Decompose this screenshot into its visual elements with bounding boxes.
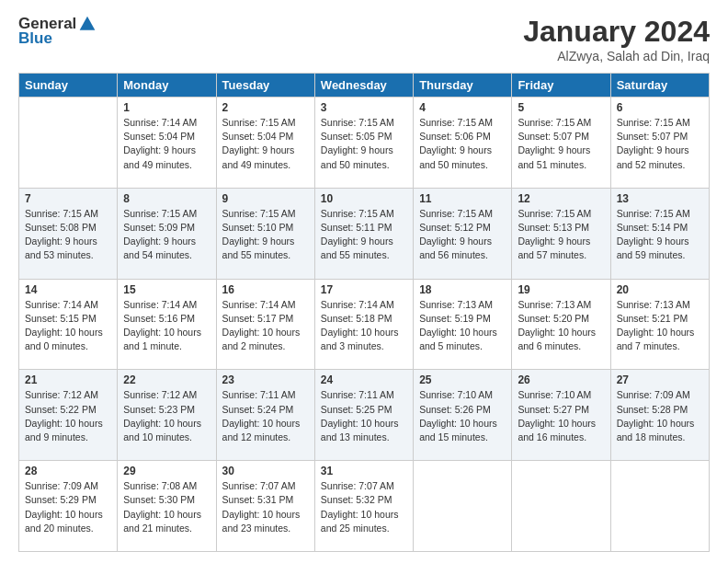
sunset-text: Sunset: 5:24 PM [222,403,309,417]
cell-3-3: 24 Sunrise: 7:11 AM Sunset: 5:25 PM Dayl… [314,370,413,461]
daylight-text: Daylight: 9 hours and 51 minutes. [518,144,604,171]
col-thursday: Thursday [414,74,512,98]
col-tuesday: Tuesday [216,74,314,98]
cell-day: 7 [25,192,111,205]
cell-info: Sunrise: 7:11 AM Sunset: 5:25 PM Dayligh… [321,388,407,444]
logo-blue-text: Blue [18,29,52,48]
cell-day: 30 [222,465,309,477]
cell-info: Sunrise: 7:11 AM Sunset: 5:24 PM Dayligh… [222,388,309,444]
daylight-text: Daylight: 9 hours and 53 minutes. [25,235,111,262]
cell-4-0: 28 Sunrise: 7:09 AM Sunset: 5:29 PM Dayl… [19,461,118,552]
sunset-text: Sunset: 5:25 PM [321,403,407,417]
col-sunday: Sunday [19,74,118,98]
cell-info: Sunrise: 7:13 AM Sunset: 5:21 PM Dayligh… [617,298,703,354]
header-row: Sunday Monday Tuesday Wednesday Thursday… [19,74,710,98]
week-row-5: 28 Sunrise: 7:09 AM Sunset: 5:29 PM Dayl… [19,461,710,552]
cell-day: 4 [419,101,506,114]
cell-0-3: 3 Sunrise: 7:15 AM Sunset: 5:05 PM Dayli… [314,98,413,189]
cell-2-0: 14 Sunrise: 7:14 AM Sunset: 5:15 PM Dayl… [19,279,118,370]
daylight-text: Daylight: 10 hours and 20 minutes. [25,508,111,535]
sunrise-text: Sunrise: 7:12 AM [123,388,210,402]
cell-info: Sunrise: 7:09 AM Sunset: 5:28 PM Dayligh… [617,388,703,444]
logo-icon [78,15,97,33]
cell-2-3: 17 Sunrise: 7:14 AM Sunset: 5:18 PM Dayl… [314,279,413,370]
sunrise-text: Sunrise: 7:15 AM [617,207,703,221]
cell-1-1: 8 Sunrise: 7:15 AM Sunset: 5:09 PM Dayli… [118,188,216,279]
cell-info: Sunrise: 7:14 AM Sunset: 5:15 PM Dayligh… [25,298,111,354]
cell-info: Sunrise: 7:09 AM Sunset: 5:29 PM Dayligh… [25,479,111,535]
daylight-text: Daylight: 10 hours and 9 minutes. [25,417,111,444]
sunset-text: Sunset: 5:26 PM [419,403,506,417]
cell-day: 3 [321,101,407,114]
cell-day: 26 [518,373,604,386]
cell-day: 21 [25,373,111,386]
daylight-text: Daylight: 9 hours and 49 minutes. [222,144,309,171]
sunrise-text: Sunrise: 7:15 AM [25,207,111,221]
daylight-text: Daylight: 9 hours and 52 minutes. [617,144,703,171]
cell-info: Sunrise: 7:15 AM Sunset: 5:07 PM Dayligh… [617,116,703,172]
sunset-text: Sunset: 5:04 PM [222,130,309,144]
cell-info: Sunrise: 7:15 AM Sunset: 5:08 PM Dayligh… [25,207,111,263]
cell-4-5 [512,461,610,552]
sunset-text: Sunset: 5:09 PM [123,221,210,235]
sunset-text: Sunset: 5:32 PM [321,493,407,507]
sunset-text: Sunset: 5:14 PM [617,221,703,235]
cell-4-1: 29 Sunrise: 7:08 AM Sunset: 5:30 PM Dayl… [118,461,216,552]
logo: General Blue [18,15,97,48]
cell-day: 5 [518,101,604,114]
daylight-text: Daylight: 10 hours and 3 minutes. [321,326,407,353]
sunrise-text: Sunrise: 7:13 AM [617,298,703,312]
sunrise-text: Sunrise: 7:09 AM [617,388,703,402]
daylight-text: Daylight: 10 hours and 16 minutes. [518,417,604,444]
calendar-page: General Blue January 2024 AlZwya, Salah … [0,0,728,563]
location: AlZwya, Salah ad Din, Iraq [523,49,710,63]
sunset-text: Sunset: 5:30 PM [123,493,210,507]
cell-info: Sunrise: 7:15 AM Sunset: 5:10 PM Dayligh… [222,207,309,263]
sunrise-text: Sunrise: 7:15 AM [222,207,309,221]
cell-day: 20 [617,283,703,296]
cell-day: 8 [123,192,210,205]
sunrise-text: Sunrise: 7:15 AM [222,116,309,130]
cell-0-4: 4 Sunrise: 7:15 AM Sunset: 5:06 PM Dayli… [414,98,512,189]
cell-1-5: 12 Sunrise: 7:15 AM Sunset: 5:13 PM Dayl… [512,188,610,279]
daylight-text: Daylight: 10 hours and 23 minutes. [222,508,309,535]
calendar-table: Sunday Monday Tuesday Wednesday Thursday… [18,73,710,552]
week-row-2: 7 Sunrise: 7:15 AM Sunset: 5:08 PM Dayli… [19,188,710,279]
cell-info: Sunrise: 7:13 AM Sunset: 5:20 PM Dayligh… [518,298,604,354]
daylight-text: Daylight: 10 hours and 1 minute. [123,326,210,353]
cell-day: 14 [25,283,111,296]
cell-1-2: 9 Sunrise: 7:15 AM Sunset: 5:10 PM Dayli… [216,188,314,279]
cell-info: Sunrise: 7:15 AM Sunset: 5:09 PM Dayligh… [123,207,210,263]
sunset-text: Sunset: 5:11 PM [321,221,407,235]
sunset-text: Sunset: 5:12 PM [419,221,506,235]
sunset-text: Sunset: 5:22 PM [25,403,111,417]
daylight-text: Daylight: 10 hours and 12 minutes. [222,417,309,444]
week-row-3: 14 Sunrise: 7:14 AM Sunset: 5:15 PM Dayl… [19,279,710,370]
cell-1-3: 10 Sunrise: 7:15 AM Sunset: 5:11 PM Dayl… [314,188,413,279]
cell-info: Sunrise: 7:14 AM Sunset: 5:04 PM Dayligh… [123,116,210,172]
sunrise-text: Sunrise: 7:07 AM [321,479,407,493]
sunrise-text: Sunrise: 7:11 AM [222,388,309,402]
sunrise-text: Sunrise: 7:15 AM [617,116,703,130]
cell-info: Sunrise: 7:14 AM Sunset: 5:17 PM Dayligh… [222,298,309,354]
cell-4-6 [610,461,709,552]
cell-2-2: 16 Sunrise: 7:14 AM Sunset: 5:17 PM Dayl… [216,279,314,370]
sunset-text: Sunset: 5:29 PM [25,493,111,507]
cell-day: 28 [25,465,111,477]
cell-info: Sunrise: 7:12 AM Sunset: 5:22 PM Dayligh… [25,388,111,444]
sunrise-text: Sunrise: 7:08 AM [123,479,210,493]
daylight-text: Daylight: 10 hours and 13 minutes. [321,417,407,444]
cell-day: 16 [222,283,309,296]
sunset-text: Sunset: 5:08 PM [25,221,111,235]
cell-1-4: 11 Sunrise: 7:15 AM Sunset: 5:12 PM Dayl… [414,188,512,279]
cell-4-2: 30 Sunrise: 7:07 AM Sunset: 5:31 PM Dayl… [216,461,314,552]
sunrise-text: Sunrise: 7:10 AM [518,388,604,402]
sunset-text: Sunset: 5:05 PM [321,130,407,144]
sunrise-text: Sunrise: 7:15 AM [518,116,604,130]
sunrise-text: Sunrise: 7:15 AM [419,207,506,221]
cell-0-2: 2 Sunrise: 7:15 AM Sunset: 5:04 PM Dayli… [216,98,314,189]
daylight-text: Daylight: 10 hours and 21 minutes. [123,508,210,535]
cell-day: 19 [518,283,604,296]
cell-2-1: 15 Sunrise: 7:14 AM Sunset: 5:16 PM Dayl… [118,279,216,370]
cell-0-1: 1 Sunrise: 7:14 AM Sunset: 5:04 PM Dayli… [118,98,216,189]
